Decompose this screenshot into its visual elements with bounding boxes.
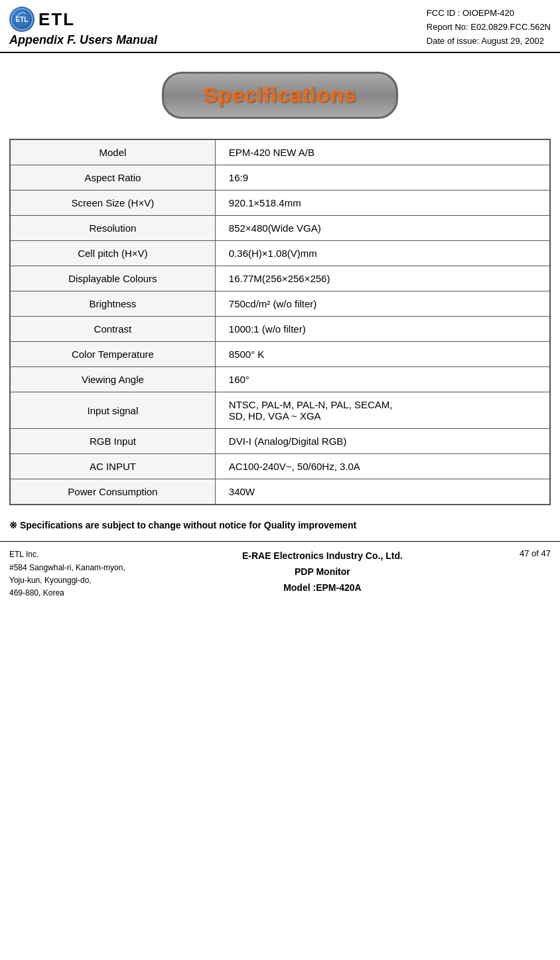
table-row: ModelEPM-420 NEW A/B <box>10 139 550 165</box>
address-line3: 469-880, Korea <box>9 587 125 600</box>
table-row: Aspect Ratio16:9 <box>10 165 550 191</box>
address-line2: Yoju-kun, Kyounggi-do, <box>9 574 125 587</box>
bottom-footer: ETL Inc. #584 Sangwhal-ri, Kanam-myon, Y… <box>0 541 560 606</box>
spec-value: 750cd/m² (w/o filter) <box>215 291 550 317</box>
table-row: Power Consumption340W <box>10 479 550 505</box>
company-name: ETL Inc. <box>9 548 125 561</box>
spec-value: 340W <box>215 479 550 505</box>
fcc-line3: Date of issue: August 29, 2002 <box>427 35 551 48</box>
spec-value: AC100-240V~, 50/60Hz, 3.0A <box>215 454 550 479</box>
spec-value: 160° <box>215 367 550 392</box>
table-row: Color Temperature8500° K <box>10 342 550 367</box>
spec-label: Viewing Angle <box>10 367 215 392</box>
spec-value: NTSC, PAL-M, PAL-N, PAL, SECAM,SD, HD, V… <box>215 392 550 429</box>
table-row: Resolution852×480(Wide VGA) <box>10 216 550 241</box>
spec-label: RGB Input <box>10 429 215 454</box>
spec-value: EPM-420 NEW A/B <box>215 139 550 165</box>
page-number: 47 of 47 <box>520 548 551 558</box>
table-row: Brightness750cd/m² (w/o filter) <box>10 291 550 317</box>
spec-value: 0.36(H)×1.08(V)mm <box>215 241 550 266</box>
spec-label: Aspect Ratio <box>10 165 215 191</box>
page-header: ETL ETL Appendix F. Users Manual FCC ID … <box>0 0 560 53</box>
spec-label: Displayable Colours <box>10 266 215 291</box>
table-row: Screen Size (H×V)920.1×518.4mm <box>10 191 550 216</box>
table-row: RGB InputDVI-I (Analog/Digital RGB) <box>10 429 550 454</box>
table-row: AC INPUTAC100-240V~, 50/60Hz, 3.0A <box>10 454 550 479</box>
spec-label: Power Consumption <box>10 479 215 505</box>
fcc-line2: Report No: E02.0829.FCC.562N <box>427 21 551 35</box>
spec-label: AC INPUT <box>10 454 215 479</box>
header-left: ETL ETL Appendix F. Users Manual <box>9 7 157 47</box>
table-row: Viewing Angle160° <box>10 367 550 392</box>
bottom-center-info: E-RAE Electronics Industry Co., Ltd. PDP… <box>242 548 403 596</box>
spec-value: 16.77M(256×256×256) <box>215 266 550 291</box>
spec-value: 16:9 <box>215 165 550 191</box>
table-row: Displayable Colours16.77M(256×256×256) <box>10 266 550 291</box>
table-row: Contrast1000:1 (w/o filter) <box>10 317 550 342</box>
appendix-label: Appendix F. Users Manual <box>9 33 157 47</box>
etl-text: ETL <box>38 9 75 30</box>
spec-label: Input signal <box>10 392 215 429</box>
spec-value: 852×480(Wide VGA) <box>215 216 550 241</box>
address-line1: #584 Sangwhal-ri, Kanam-myon, <box>9 562 125 574</box>
spec-label: Model <box>10 139 215 165</box>
banner-text: Specifications <box>204 83 357 107</box>
spec-value: 920.1×518.4mm <box>215 191 550 216</box>
specs-table-container: ModelEPM-420 NEW A/BAspect Ratio16:9Scre… <box>0 132 560 512</box>
spec-value: DVI-I (Analog/Digital RGB) <box>215 429 550 454</box>
fcc-info: FCC ID : OIOEPM-420 Report No: E02.0829.… <box>427 7 551 48</box>
fcc-line1: FCC ID : OIOEPM-420 <box>427 7 551 21</box>
table-row: Input signalNTSC, PAL-M, PAL-N, PAL, SEC… <box>10 392 550 429</box>
banner-container: Specifications <box>0 53 560 132</box>
etl-logo-icon: ETL <box>9 7 35 32</box>
logo-area: ETL ETL <box>9 7 157 32</box>
spec-label: Screen Size (H×V) <box>10 191 215 216</box>
svg-text:ETL: ETL <box>16 16 29 23</box>
spec-label: Contrast <box>10 317 215 342</box>
table-row: Cell pitch (H×V)0.36(H)×1.08(V)mm <box>10 241 550 266</box>
spec-label: Color Temperature <box>10 342 215 367</box>
bottom-address: ETL Inc. #584 Sangwhal-ri, Kanam-myon, Y… <box>9 548 125 600</box>
product-type: PDP Monitor <box>242 564 403 580</box>
footer-note: ※ Specifications are subject to change w… <box>0 512 560 541</box>
spec-value: 8500° K <box>215 342 550 367</box>
spec-label: Brightness <box>10 291 215 317</box>
manufacturer-name: E-RAE Electronics Industry Co., Ltd. <box>242 548 403 564</box>
spec-value: 1000:1 (w/o filter) <box>215 317 550 342</box>
spec-label: Cell pitch (H×V) <box>10 241 215 266</box>
spec-banner: Specifications <box>162 72 399 119</box>
spec-label: Resolution <box>10 216 215 241</box>
specs-table: ModelEPM-420 NEW A/BAspect Ratio16:9Scre… <box>9 139 551 505</box>
model-number: Model :EPM-420A <box>242 580 403 596</box>
